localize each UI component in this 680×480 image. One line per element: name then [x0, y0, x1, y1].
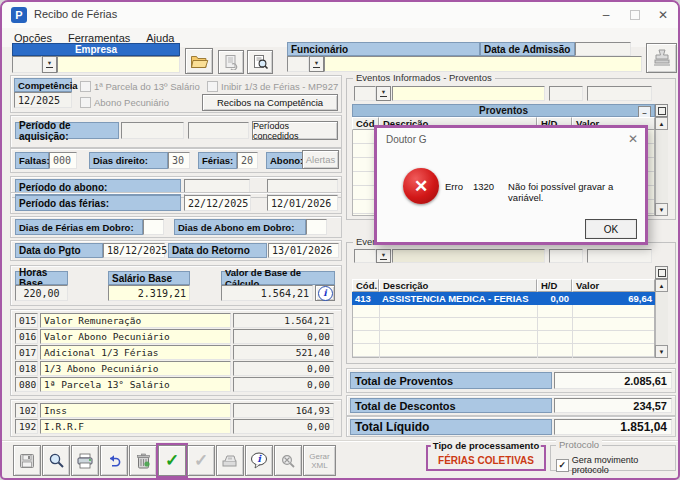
verba-value: 0,00 — [233, 361, 334, 376]
desconto-valor-field[interactable] — [587, 249, 652, 263]
periodo-ferias-fim-field[interactable]: 12/01/2026 — [267, 195, 338, 211]
delete-button[interactable] — [129, 445, 157, 476]
grid-maximize-button[interactable] — [655, 104, 668, 117]
grid-maximize-button[interactable] — [655, 266, 668, 279]
dias-direito-label: Dias direito: — [89, 152, 168, 169]
recibos-competencia-button[interactable]: Recibos na Competência — [202, 94, 338, 111]
checkbox-inibir-terco[interactable] — [207, 81, 218, 92]
search-icon — [48, 452, 65, 469]
provento-hd-field[interactable] — [549, 86, 583, 101]
stamp-button[interactable] — [646, 43, 677, 73]
desconto-descricao-field[interactable] — [392, 249, 545, 263]
stamp-icon — [651, 47, 673, 69]
save-button[interactable] — [13, 445, 41, 476]
desconto-dropdown-button[interactable]: ▼ — [376, 249, 391, 263]
aquisicao-inicio-field[interactable] — [121, 122, 184, 139]
scroll-up-button[interactable]: ▲ — [655, 117, 668, 130]
provento-descricao-field[interactable] — [392, 86, 545, 101]
total-proventos-label: Total de Proventos — [350, 372, 552, 389]
minimize-button[interactable]: – — [594, 6, 618, 24]
periodos-concedidos-button[interactable]: Períodos concedidos — [252, 121, 338, 140]
provento-dropdown-button[interactable]: ▼ — [376, 86, 391, 101]
provento-valor-field[interactable] — [587, 86, 652, 101]
proventos-group-title: Eventos Informados - Proventos — [353, 72, 495, 83]
dialog-close-button[interactable]: ✕ — [625, 132, 641, 148]
alertas-button[interactable]: Alertas — [302, 150, 339, 169]
checkbox-abono-pecuniario-label: Abono Pecuniário — [94, 96, 169, 108]
salario-base-label: Salário Base — [108, 271, 190, 285]
descontos-col-cod: Cód. — [352, 279, 379, 292]
checkbox-abono-pecuniario[interactable] — [80, 97, 91, 108]
empresa-input[interactable] — [57, 56, 180, 73]
dobro-abono-label: Dias de Abono em Dobro: — [174, 219, 306, 235]
proventos-grid-title: Proventos – — [352, 104, 655, 117]
desconto-hd-field[interactable] — [549, 249, 583, 263]
scroll-down-button[interactable]: ▼ — [655, 203, 668, 216]
gera-movimento-checkbox[interactable]: ✓ — [556, 459, 569, 472]
empresa-code-field[interactable] — [12, 56, 42, 73]
admissao-field[interactable] — [575, 42, 631, 56]
payment-button[interactable] — [216, 445, 244, 476]
search-document-icon — [252, 54, 269, 70]
descontos-selected-row[interactable]: 413 ASSISTENCIA MEDICA - FERIAS 0,00 69,… — [352, 292, 655, 305]
admissao-header: Data de Admissão — [480, 42, 575, 56]
horas-base-label: Horas Base — [15, 271, 68, 285]
descontos-col-desc: Descrição — [379, 279, 537, 292]
undo-button[interactable] — [100, 445, 128, 476]
base-calculo-info-button[interactable]: i — [315, 285, 335, 301]
maximize-button[interactable] — [623, 6, 647, 24]
provento-codigo-field[interactable] — [354, 86, 376, 101]
data-retorno-field[interactable]: 13/01/2026 — [268, 243, 339, 258]
gera-movimento-label: Gera movimento protocolo — [572, 455, 675, 475]
dias-direito-field[interactable]: 30 — [168, 152, 190, 169]
funcionario-dropdown-button[interactable]: ▼ — [309, 56, 324, 72]
total-liquido-label: Total Líquido — [350, 419, 552, 435]
total-descontos-value: 234,57 — [554, 398, 672, 413]
imposto-value: 164,93 — [233, 403, 334, 418]
scroll-down-button[interactable]: ▼ — [655, 345, 668, 358]
error-icon: ✕ — [403, 168, 439, 204]
funcionario-code-field[interactable] — [287, 56, 309, 72]
aquisicao-label: Período de aquisição: — [15, 122, 119, 139]
funcionario-input[interactable] — [324, 56, 642, 72]
maximize-icon — [630, 10, 640, 20]
empresa-header: Empresa — [12, 43, 180, 56]
imposto-desc: I.R.R.F — [40, 419, 231, 434]
open-company-button[interactable] — [185, 48, 213, 74]
faltas-field[interactable]: 000 — [49, 152, 77, 169]
salario-base-field[interactable]: 2.319,21 — [108, 285, 190, 301]
ferias-field[interactable]: 20 — [237, 152, 258, 169]
close-button[interactable]: ✕ — [651, 6, 675, 24]
competencia-value[interactable]: 12/2025 — [14, 92, 72, 108]
cancel-search-button[interactable] — [274, 445, 302, 476]
approve-button[interactable]: ✓ — [187, 445, 215, 476]
aquisicao-fim-field[interactable] — [188, 122, 249, 139]
periodo-ferias-inicio-field[interactable]: 22/12/2025 — [184, 195, 251, 211]
protocolo-group: Protocolo ✓ Gera movimento protocolo — [550, 445, 676, 471]
maximize-icon — [658, 107, 666, 115]
verba-desc: Adicional 1/3 Férias — [40, 345, 231, 360]
confirm-button[interactable]: ✓ — [158, 445, 186, 476]
horas-base-field[interactable]: 220,00 — [15, 285, 68, 301]
info-button[interactable]: i — [245, 445, 273, 476]
error-word: Erro — [445, 181, 463, 203]
save-icon — [19, 453, 35, 469]
data-pgto-field[interactable]: 18/12/2025 — [103, 243, 165, 258]
dobro-ferias-label: Dias de Férias em Dobro: — [15, 219, 143, 235]
search-button[interactable] — [42, 445, 70, 476]
report-button[interactable] — [218, 50, 244, 74]
base-calculo-field[interactable]: 1.564,21 — [221, 285, 313, 301]
desconto-codigo-field[interactable] — [354, 249, 376, 263]
dobro-abono-field[interactable] — [306, 219, 327, 235]
scroll-up-button[interactable]: ▲ — [655, 279, 668, 292]
maximize-icon — [658, 269, 666, 277]
generate-xml-button[interactable]: GerarXML — [303, 445, 336, 476]
checkbox-parcela13[interactable] — [80, 81, 91, 92]
empresa-dropdown-button[interactable]: ▼ — [42, 56, 57, 73]
search-company-button[interactable] — [247, 50, 273, 74]
print-button[interactable] — [71, 445, 99, 476]
dialog-ok-button[interactable]: OK — [585, 219, 637, 239]
descontos-col-hd: H/D — [537, 279, 572, 292]
error-dialog: Doutor G ✕ ✕ Erro 1320 Não foi possível … — [374, 125, 648, 245]
dobro-ferias-field[interactable] — [143, 219, 164, 235]
